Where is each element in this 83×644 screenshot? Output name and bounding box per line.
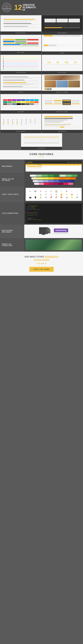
- card-label-headings: HEADINGS: [42, 130, 83, 133]
- header-right-text: CREATIVE ELEMENTS UI: [23, 4, 36, 11]
- mock-icon-boxes: [44, 18, 81, 29]
- card-preview-counters: 120 45 300 99: [42, 55, 83, 71]
- mock-devices: [39, 227, 53, 235]
- megamenu-logo: W WICON: [27, 162, 32, 163]
- mock-icon-fonts: [2, 118, 39, 125]
- feature-preview-css3: /* CSS3 Animations */ .color-animation {…: [24, 202, 83, 224]
- card-preview-colors: [0, 94, 41, 110]
- feature-label-icon-fonts: 1000+ ICON FONTS: [2, 194, 19, 195]
- feature-preview-megamenu: W WICON: [24, 160, 83, 173]
- core-features-title: CORE FEATURES: [3, 153, 80, 156]
- card-colors: COLORS: [0, 94, 41, 113]
- feature-label-color-options: MORE COLOR OPTIONS: [2, 178, 22, 181]
- card-dividers: ✦ DIVIDERS: [21, 133, 62, 150]
- card-headings: HEADINGS: [42, 114, 83, 133]
- mock-tabs: [44, 35, 81, 52]
- header-number: 12: [14, 4, 22, 11]
- card-preview-alert-boxes: [0, 55, 41, 71]
- card-preview-pricing-table: [42, 94, 83, 110]
- card-label-typography: TYPOGRAPHY: [0, 32, 41, 34]
- card-alert-boxes: ALERT BOXES: [0, 55, 41, 74]
- card-icon-boxes: ICON BOXES: [42, 15, 83, 34]
- bootstrap-b-icon: B: [56, 229, 57, 232]
- feature-preview-color-options: [24, 173, 83, 186]
- card-preview-tabs: [42, 35, 83, 52]
- mock-alerts: [2, 55, 39, 71]
- color-strip-yellow: [31, 177, 76, 180]
- mock-counters: 120 45 300 99: [44, 60, 81, 66]
- cta-line1: AND MANY OTHER: [24, 256, 44, 258]
- mock-code-block: /* CSS3 Animations */ .color-animation {…: [26, 204, 82, 223]
- feature-preview-icon-fonts: ✉ ☎ ⚙ ★ ♥ 🏠 ✓ ✖ ↑ ↓ → ← ☁ ⬇ ☀ ♻ 🔔 ⚡ 🔒 ✏: [24, 186, 83, 202]
- card-preview-image-sliders: [42, 74, 83, 91]
- cta-stars: ★★★★★: [3, 262, 80, 265]
- color-strip-pink: [34, 183, 73, 185]
- card-typography: TYPOGRAPHY: [0, 15, 41, 34]
- color-strip-green: [30, 174, 78, 177]
- logo-plus-icon: +: [6, 6, 7, 8]
- card-tabs: TABS: [42, 35, 83, 54]
- card-buttons: BUTTONS: [0, 35, 41, 54]
- mock-typography: [2, 18, 39, 29]
- cta-extra-text: EXTRA PAGES: [3, 259, 80, 261]
- feature-label-css3: CSS3 ANIMATIONS: [2, 212, 18, 214]
- icon-fonts-grid: ✉ ☎ ⚙ ★ ♥ 🏠 ✓ ✖ ↑ ↓ → ← ☁ ⬇ ☀ ♻ 🔔 ⚡ 🔒 ✏: [27, 189, 81, 200]
- card-label-counters: COUNTERS: [42, 71, 83, 74]
- mock-bootstrap: B Bootstrap Responsive Framework: [38, 226, 69, 237]
- feature-row-color-options: MORE COLOR OPTIONS: [0, 173, 83, 186]
- cards-grid: TYPOGRAPHY ICON BOXE: [0, 15, 83, 150]
- logo-text: TYPOGRAPHY: [2, 8, 12, 10]
- card-label-icon-fonts: ICON FONTS: [0, 130, 41, 133]
- card-label-pricing-table: PRICING TABLE: [42, 110, 83, 113]
- mock-pricing: [44, 99, 81, 106]
- feature-label-col-megamenu: MEGAMENU: [0, 160, 24, 173]
- feature-label-col-parallax: PARALLAX SCROLLING: [0, 238, 24, 252]
- icon-fonts-preview: ✉ ☎ ⚙ ★ ♥ 🏠 ✓ ✖ ↑ ↓ → ← ☁ ⬇ ☀ ♻ 🔔 ⚡ 🔒 ✏: [26, 188, 82, 201]
- mock-parallax: [26, 240, 82, 250]
- card-label-colors: COLORS: [0, 110, 41, 113]
- card-label-image-sliders: IMAGE SLIDERS: [42, 91, 83, 94]
- mock-color-options: [26, 174, 82, 185]
- feature-label-col-icon-fonts: 1000+ ICON FONTS: [0, 186, 24, 202]
- header-title: 12 CREATIVE ELEMENTS UI: [14, 4, 36, 11]
- header-creative: CREATIVE: [23, 4, 36, 6]
- card-preview-icon-fonts: [0, 114, 41, 130]
- feature-label-col-bootstrap: BOOTSTRAP INCLUDED: [0, 224, 24, 238]
- card-label-buttons: BUTTONS: [0, 51, 41, 54]
- color-strip-purple: [33, 180, 75, 182]
- view-live-demo-button[interactable]: VIEW LIVE DEMO: [29, 267, 54, 272]
- mock-colors: [2, 98, 39, 106]
- feature-row-parallax: PARALLAX SCROLLING: [0, 238, 83, 252]
- mock-sliders: [44, 74, 81, 91]
- card-preview-dividers: ✦: [21, 133, 62, 147]
- card-preview-faqs: [0, 74, 41, 90]
- mock-faq: [2, 76, 39, 90]
- logo-circle: + TYPOGRAPHY: [2, 3, 11, 12]
- cta-highlight2: EXTRA PAGES: [34, 259, 49, 261]
- feature-row-bootstrap: BOOTSTRAP INCLUDED B Bootstrap Res: [0, 224, 83, 238]
- mock-headings: [44, 116, 81, 128]
- card-label-dividers: DIVIDERS: [21, 147, 62, 150]
- card-preview-icon-boxes: [42, 15, 83, 32]
- card-label-alert-boxes: ALERT BOXES: [0, 71, 41, 74]
- cta-section: AND MANY OTHER WONDERFUL EXTRA PAGES ★★★…: [0, 252, 83, 276]
- card-faqs: FAQ'S: [0, 74, 41, 94]
- feature-label-col-css3: CSS3 ANIMATIONS: [0, 202, 24, 224]
- feature-preview-parallax: [24, 238, 83, 252]
- core-features-underline: [39, 156, 44, 157]
- card-counters: 120 45 300 99: [42, 55, 83, 74]
- bootstrap-logo-container: B Bootstrap Responsive Framework: [54, 228, 68, 234]
- cta-highlight1: WONDERFUL: [45, 256, 59, 258]
- feature-row-css3: CSS3 ANIMATIONS /* CSS3 Animations */ .c…: [0, 202, 83, 224]
- mock-dividers: ✦: [23, 135, 60, 145]
- mock-megamenu: W WICON: [26, 161, 82, 172]
- card-image-sliders: IMAGE SLIDERS: [42, 74, 83, 94]
- card-pricing-table: PRICING TABLE: [42, 94, 83, 113]
- card-preview-typography: [0, 15, 41, 32]
- header-section: + TYPOGRAPHY 12 CREATIVE ELEMENTS UI: [0, 0, 83, 15]
- cta-main-text: AND MANY OTHER WONDERFUL: [3, 256, 80, 258]
- feature-row-icon-fonts: 1000+ ICON FONTS ✉ ☎ ⚙ ★ ♥ 🏠 ✓ ✖ ↑ ↓ → ←…: [0, 186, 83, 202]
- bootstrap-logo: B Bootstrap: [54, 228, 68, 232]
- card-label-icon-boxes: ICON BOXES: [42, 32, 83, 34]
- feature-row-megamenu: MEGAMENU W WICON: [0, 160, 83, 173]
